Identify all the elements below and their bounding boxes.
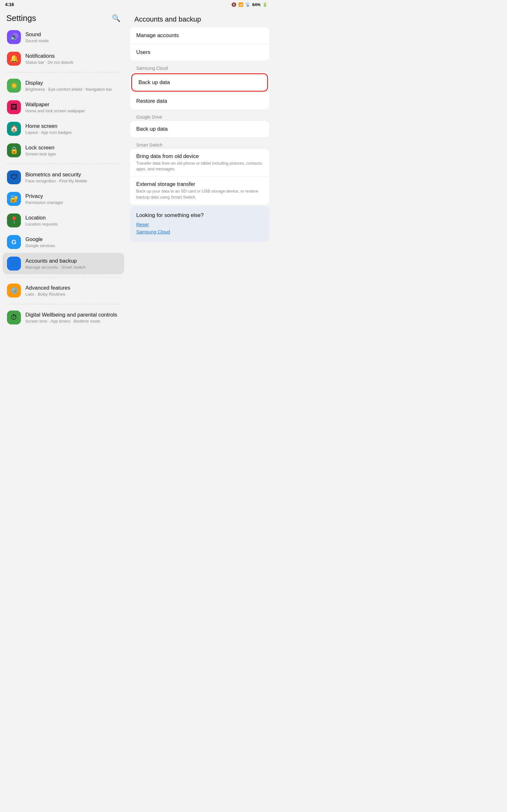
location-subtitle: Location requests xyxy=(25,222,120,226)
accounts-subtitle: Manage accounts · Smart Switch xyxy=(25,265,120,270)
backup-google-item[interactable]: Back up data xyxy=(130,121,269,137)
notifications-icon: 🔔 xyxy=(7,52,21,66)
wifi-icon: 📶 xyxy=(238,2,243,7)
google-subtitle: Google services xyxy=(25,243,120,248)
wallpaper-subtitle: Home and lock screen wallpaper xyxy=(25,108,120,113)
advanced-icon: ⚙️ xyxy=(7,284,21,298)
bring-data-title: Bring data from old device xyxy=(136,153,263,159)
reset-link[interactable]: Reset xyxy=(136,222,263,227)
sidebar-item-display[interactable]: ☀️ Display Brightness · Eye comfort shie… xyxy=(3,75,124,96)
sound-subtitle: Sound mode xyxy=(25,38,120,43)
sidebar-item-homescreen[interactable]: 🏠 Home screen Layout · App icon badges xyxy=(3,118,124,140)
google-drive-label: Google Drive xyxy=(130,111,269,121)
external-storage-title: External storage transfer xyxy=(136,181,263,188)
bring-data-subtitle: Transfer data from an old phone or table… xyxy=(136,160,263,172)
external-storage-subtitle: Back up your data to an SD card or USB s… xyxy=(136,189,263,200)
accounts-title: Accounts and backup xyxy=(25,258,120,264)
divider-4 xyxy=(7,304,120,304)
homescreen-title: Home screen xyxy=(25,123,120,130)
samsung-cloud-card: Back up data Restore data xyxy=(130,72,269,109)
search-icon: 🔍 xyxy=(112,14,120,22)
sound-title: Sound xyxy=(25,32,120,38)
biometrics-title: Biometrics and security xyxy=(25,171,120,178)
location-title: Location xyxy=(25,215,120,221)
looking-card: Looking for something else? Reset Samsun… xyxy=(130,206,269,242)
manage-accounts-item[interactable]: Manage accounts xyxy=(130,27,269,44)
biometrics-icon: 🛡 xyxy=(7,170,21,184)
main-layout: Settings 🔍 🔊 Sound Sound mode 🔔 Notifica… xyxy=(0,9,273,335)
homescreen-subtitle: Layout · App icon badges xyxy=(25,130,120,135)
sidebar-item-sound[interactable]: 🔊 Sound Sound mode xyxy=(3,26,124,48)
status-bar: 4:16 🔇 📶 📡 64% 🔋 xyxy=(0,0,273,9)
users-item[interactable]: Users xyxy=(130,44,269,61)
restore-samsung-item[interactable]: Restore data xyxy=(130,93,269,109)
sidebar-item-wallpaper[interactable]: 🖼 Wallpaper Home and lock screen wallpap… xyxy=(3,96,124,118)
lockscreen-subtitle: Screen lock type xyxy=(25,152,120,156)
advanced-subtitle: Labs · Bixby Routines xyxy=(25,292,120,297)
backup-samsung-item[interactable]: Back up data xyxy=(131,73,268,92)
samsung-cloud-link[interactable]: Samsung Cloud xyxy=(136,229,263,235)
google-title: Google xyxy=(25,236,120,243)
sound-icon: 🔊 xyxy=(7,30,21,44)
status-time: 4:16 xyxy=(5,2,14,7)
lockscreen-icon: 🔒 xyxy=(7,143,21,157)
lockscreen-title: Lock screen xyxy=(25,145,120,151)
sidebar-item-privacy[interactable]: 🔐 Privacy Permission manager xyxy=(3,188,124,210)
divider-3 xyxy=(7,277,120,277)
status-icons: 🔇 📶 📡 64% 🔋 xyxy=(231,2,268,7)
sidebar-item-lockscreen[interactable]: 🔒 Lock screen Screen lock type xyxy=(3,140,124,161)
accounts-icon: 👤 xyxy=(7,257,21,270)
location-icon: 📍 xyxy=(7,213,21,227)
top-items-card: Manage accounts Users xyxy=(130,27,269,61)
settings-list: 🔊 Sound Sound mode 🔔 Notifications Statu… xyxy=(0,26,127,328)
wallpaper-icon: 🖼 xyxy=(7,100,21,114)
display-icon: ☀️ xyxy=(7,79,21,93)
wellbeing-subtitle: Screen time · App timers · Bedtime mode xyxy=(25,319,120,323)
settings-title: Settings xyxy=(6,13,36,23)
divider-2 xyxy=(7,164,120,164)
right-panel-title: Accounts and backup xyxy=(130,9,269,27)
sidebar-item-advanced[interactable]: ⚙️ Advanced features Labs · Bixby Routin… xyxy=(3,280,124,301)
privacy-subtitle: Permission manager xyxy=(25,200,120,205)
sidebar-item-wellbeing[interactable]: ⏱ Digital Wellbeing and parental control… xyxy=(3,307,124,328)
mute-icon: 🔇 xyxy=(231,2,236,7)
sidebar-item-location[interactable]: 📍 Location Location requests xyxy=(3,210,124,231)
divider-1 xyxy=(7,72,120,72)
signal-icon: 📡 xyxy=(245,2,250,7)
biometrics-subtitle: Face recognition · Find My Mobile xyxy=(25,179,120,183)
battery-percent: 64% xyxy=(252,2,261,7)
wellbeing-title: Digital Wellbeing and parental controls xyxy=(25,312,120,318)
google-drive-card: Back up data xyxy=(130,121,269,137)
notifications-title: Notifications xyxy=(25,53,120,59)
notifications-subtitle: Status bar · Do not disturb xyxy=(25,60,120,65)
privacy-icon: 🔐 xyxy=(7,192,21,206)
google-icon: G xyxy=(7,235,21,249)
sidebar-item-accounts[interactable]: 👤 Accounts and backup Manage accounts · … xyxy=(3,253,124,274)
sidebar-item-notifications[interactable]: 🔔 Notifications Status bar · Do not dist… xyxy=(3,48,124,69)
advanced-title: Advanced features xyxy=(25,285,120,291)
display-subtitle: Brightness · Eye comfort shield · Naviga… xyxy=(25,87,120,92)
right-panel: Accounts and backup Manage accounts User… xyxy=(127,9,273,335)
left-panel: Settings 🔍 🔊 Sound Sound mode 🔔 Notifica… xyxy=(0,9,127,335)
wallpaper-title: Wallpaper xyxy=(25,101,120,108)
wellbeing-icon: ⏱ xyxy=(7,310,21,324)
external-storage-item[interactable]: External storage transfer Back up your d… xyxy=(130,177,269,204)
battery-icon: 🔋 xyxy=(262,2,268,7)
search-button[interactable]: 🔍 xyxy=(112,14,120,22)
display-title: Display xyxy=(25,80,120,86)
smart-switch-card: Bring data from old device Transfer data… xyxy=(130,149,269,205)
sidebar-item-biometrics[interactable]: 🛡 Biometrics and security Face recogniti… xyxy=(3,166,124,188)
left-header: Settings 🔍 xyxy=(0,9,127,26)
privacy-title: Privacy xyxy=(25,193,120,200)
sidebar-item-google[interactable]: G Google Google services xyxy=(3,231,124,253)
bring-data-item[interactable]: Bring data from old device Transfer data… xyxy=(130,149,269,177)
homescreen-icon: 🏠 xyxy=(7,122,21,136)
smart-switch-label: Smart Switch xyxy=(130,139,269,149)
looking-card-title: Looking for something else? xyxy=(136,212,263,218)
samsung-cloud-label: Samsung Cloud xyxy=(130,62,269,72)
